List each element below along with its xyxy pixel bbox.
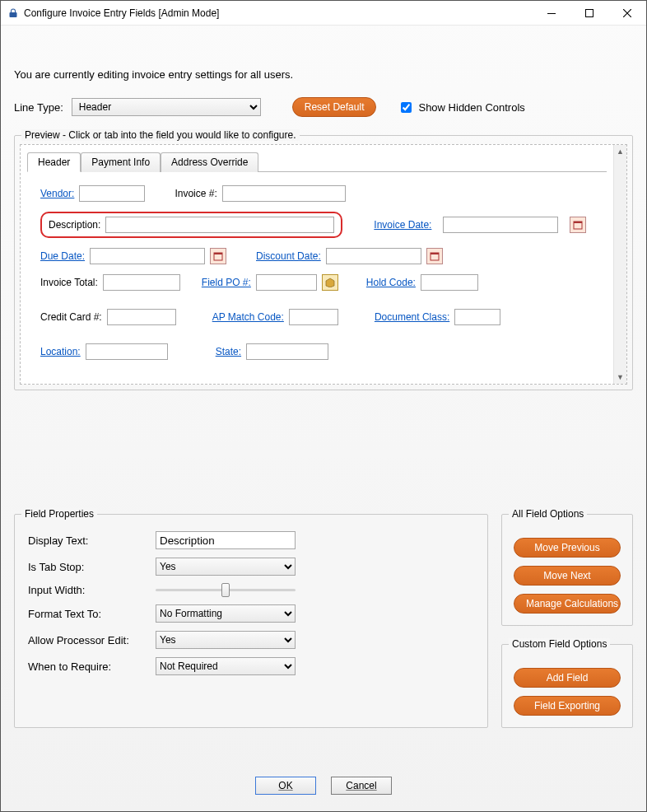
doc-class-label[interactable]: Document Class: — [375, 311, 449, 323]
is-tab-stop-select[interactable]: Yes — [156, 558, 296, 576]
preview-fieldset: Preview - Click or tab into the field yo… — [14, 135, 633, 390]
titlebar: Configure Invoice Entry Fields [Admin Mo… — [1, 1, 646, 26]
hold-code-input[interactable] — [421, 274, 478, 291]
discount-date-label[interactable]: Discount Date: — [256, 250, 321, 262]
dialog-buttons: OK Cancel — [14, 770, 633, 805]
show-hidden-controls-checkbox[interactable]: Show Hidden Controls — [398, 100, 524, 115]
invoice-date-calendar-icon[interactable] — [570, 217, 586, 233]
credit-card-input[interactable] — [107, 309, 176, 325]
description-label: Description: — [49, 219, 100, 231]
tab-address-override[interactable]: Address Override — [161, 152, 258, 172]
ok-button[interactable]: OK — [255, 777, 316, 795]
when-require-label: When to Require: — [28, 660, 156, 673]
show-hidden-controls-label: Show Hidden Controls — [418, 101, 524, 114]
due-date-input[interactable] — [90, 248, 205, 264]
allow-processor-label: Allow Processor Edit: — [28, 634, 156, 646]
hold-code-label[interactable]: Hold Code: — [366, 277, 416, 288]
display-text-input[interactable] — [156, 531, 296, 549]
content-area: You are currently editing invoice entry … — [1, 26, 646, 811]
svg-rect-0 — [547, 13, 556, 14]
configure-invoice-entry-window: Configure Invoice Entry Fields [Admin Mo… — [0, 0, 647, 812]
field-properties-legend: Field Properties — [21, 508, 97, 520]
invoice-total-label: Invoice Total: — [40, 277, 98, 288]
when-require-select[interactable]: Not Required — [156, 657, 296, 675]
show-hidden-controls-input[interactable] — [401, 102, 412, 113]
line-type-select[interactable]: Header — [72, 98, 261, 116]
svg-rect-7 — [431, 253, 439, 254]
vendor-input[interactable] — [79, 185, 145, 202]
description-input[interactable] — [105, 217, 334, 233]
preview-box: Header Payment Info Address Override Ven… — [20, 144, 627, 385]
move-next-button[interactable]: Move Next — [514, 566, 621, 586]
tab-payment-info[interactable]: Payment Info — [81, 152, 161, 172]
discount-date-input[interactable] — [326, 248, 421, 264]
description-highlight: Description: — [40, 212, 342, 238]
window-title: Configure Invoice Entry Fields [Admin Mo… — [24, 7, 219, 19]
scroll-down-icon[interactable]: ▼ — [614, 371, 626, 384]
display-text-label: Display Text: — [28, 534, 156, 547]
all-field-options-legend: All Field Options — [509, 508, 587, 520]
custom-field-options-group: Custom Field Options Add Field Field Exp… — [501, 644, 633, 728]
invoice-num-input[interactable] — [222, 185, 346, 202]
ap-match-label[interactable]: AP Match Code: — [212, 311, 284, 323]
preview-inner: Header Payment Info Address Override Ven… — [21, 145, 613, 384]
all-field-options-group: All Field Options Move Previous Move Nex… — [501, 514, 633, 626]
move-previous-button[interactable]: Move Previous — [514, 538, 621, 558]
vendor-label[interactable]: Vendor: — [40, 188, 74, 199]
due-date-calendar-icon[interactable] — [210, 248, 226, 264]
state-input[interactable] — [246, 343, 328, 360]
field-po-label[interactable]: Field PO #: — [202, 277, 251, 288]
doc-class-input[interactable] — [454, 309, 500, 325]
field-po-box-icon[interactable] — [322, 274, 338, 291]
preview-scrollbar[interactable]: ▲ ▼ — [613, 145, 626, 384]
lock-icon — [7, 7, 19, 19]
custom-field-options-legend: Custom Field Options — [509, 638, 610, 650]
format-text-select[interactable]: No Formatting — [156, 604, 296, 623]
scroll-up-icon[interactable]: ▲ — [614, 145, 626, 158]
is-tab-stop-label: Is Tab Stop: — [28, 561, 156, 573]
manage-calculations-button[interactable]: Manage Calculations — [514, 594, 621, 614]
minimize-button[interactable] — [533, 1, 570, 26]
credit-card-label: Credit Card #: — [40, 311, 102, 323]
close-button[interactable] — [608, 1, 646, 26]
invoice-date-label[interactable]: Invoice Date: — [374, 219, 431, 231]
due-date-label[interactable]: Due Date: — [40, 250, 85, 262]
preview-tabs: Header Payment Info Address Override — [27, 152, 607, 172]
input-width-label: Input Width: — [28, 584, 156, 596]
line-type-row: Line Type: Header Reset Default Show Hid… — [14, 97, 633, 117]
svg-rect-3 — [574, 222, 582, 223]
field-po-input[interactable] — [256, 274, 317, 291]
add-field-button[interactable]: Add Field — [514, 668, 621, 688]
cancel-button[interactable]: Cancel — [331, 777, 392, 795]
field-exporting-button[interactable]: Field Exporting — [514, 696, 621, 716]
line-type-label: Line Type: — [14, 101, 63, 114]
ap-match-input[interactable] — [289, 309, 338, 325]
maximize-button[interactable] — [570, 1, 608, 26]
intro-text: You are currently editing invoice entry … — [14, 68, 633, 81]
bottom-area: Field Properties Display Text: Is Tab St… — [14, 514, 633, 728]
location-label[interactable]: Location: — [40, 346, 81, 357]
invoice-num-label: Invoice #: — [175, 188, 216, 199]
svg-rect-5 — [214, 253, 222, 254]
side-options: All Field Options Move Previous Move Nex… — [501, 514, 633, 728]
discount-date-calendar-icon[interactable] — [426, 248, 443, 264]
field-properties-group: Field Properties Display Text: Is Tab St… — [14, 514, 488, 728]
preview-form: Vendor: Invoice #: Description: — [27, 180, 607, 362]
state-label[interactable]: State: — [216, 346, 241, 357]
slider-thumb[interactable] — [221, 583, 230, 597]
invoice-date-input[interactable] — [443, 217, 558, 233]
location-input[interactable] — [86, 343, 168, 360]
format-text-label: Format Text To: — [28, 608, 156, 620]
allow-processor-select[interactable]: Yes — [156, 631, 296, 649]
tab-header[interactable]: Header — [27, 152, 81, 172]
input-width-slider[interactable] — [156, 589, 296, 591]
reset-default-button[interactable]: Reset Default — [292, 97, 377, 117]
preview-legend: Preview - Click or tab into the field yo… — [21, 129, 300, 141]
invoice-total-input[interactable] — [103, 274, 180, 291]
svg-rect-1 — [586, 9, 593, 16]
